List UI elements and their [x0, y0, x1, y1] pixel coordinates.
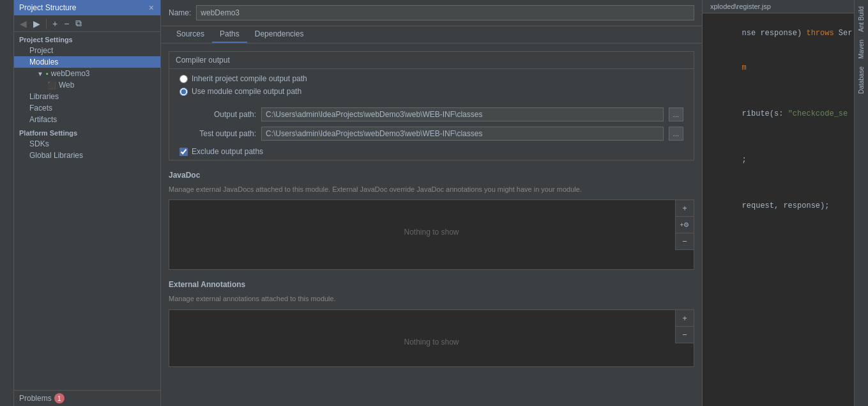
compiler-output-title: Compiler output	[169, 52, 694, 69]
tree-label-webdemo3: webDemo3	[51, 69, 90, 78]
javadoc-section: JavaDoc Manage external JavaDocs attache…	[169, 168, 694, 270]
toolbar-separator	[46, 19, 47, 29]
forward-button[interactable]: ▶	[31, 18, 42, 29]
compiler-output-section: Compiler output Inherit project compile …	[169, 51, 694, 160]
copy-module-button[interactable]: ⧉	[73, 17, 84, 29]
name-input[interactable]	[196, 5, 694, 20]
sidebar-item-modules[interactable]: Modules	[14, 56, 160, 68]
ext-annotations-title: External Annotations	[169, 277, 694, 292]
code-line-1: nse response) throws Ser	[705, 16, 865, 51]
tab-sources[interactable]: Sources	[169, 26, 212, 43]
web-icon: ⬛	[47, 81, 56, 90]
tree-arrow-webdemo3: ▼	[37, 70, 43, 77]
side-tab-ant-build[interactable]: Ant Build	[856, 3, 867, 36]
platform-settings-label: Platform Settings	[14, 125, 160, 138]
project-label: Project	[29, 46, 53, 55]
code-tab-label: xploded\register.jsp	[710, 3, 771, 10]
code-throws: throws	[806, 29, 834, 38]
libraries-label: Libraries	[29, 92, 59, 101]
code-text-m: m	[742, 63, 747, 72]
ext-annotations-desc: Manage external annotations attached to …	[169, 294, 694, 304]
exclude-checkbox[interactable]	[179, 148, 188, 156]
code-line-4: ribute(s: "checkcode_se	[705, 97, 865, 131]
code-string: "checkcode_se	[788, 109, 848, 118]
code-text-4: ribute(s:	[742, 109, 788, 118]
side-tab-database[interactable]: Database	[856, 63, 867, 98]
exclude-row: Exclude output paths	[169, 143, 694, 160]
radio-item-module: Use module compile output path	[179, 87, 683, 96]
test-output-path-row: Test output path: ...	[169, 124, 694, 143]
code-text-6: ;	[742, 155, 747, 164]
tree-item-webdemo3[interactable]: ▼ ▪ webDemo3	[14, 68, 160, 79]
tree-label-web: Web	[59, 81, 74, 90]
add-module-button[interactable]: +	[50, 18, 59, 29]
main-content: Name: Sources Paths Dependencies Compile…	[161, 0, 702, 406]
right-side-tabs: Ant Build Maven Database	[854, 0, 868, 406]
left-mini-panel	[0, 0, 14, 406]
test-output-label: Test output path:	[179, 129, 256, 138]
name-row: Name:	[161, 0, 702, 26]
javadoc-add-btn[interactable]: +	[676, 200, 694, 217]
artifacts-label: Artifacts	[29, 115, 57, 124]
code-line-7	[705, 177, 865, 189]
code-text-1: nse response)	[742, 29, 807, 38]
code-tab-bar: xploded\register.jsp ≫	[703, 0, 868, 13]
sidebar-item-project[interactable]: Project	[14, 45, 160, 56]
code-content: nse response) throws Ser m ribute(s: "ch…	[703, 13, 868, 406]
tab-dependencies[interactable]: Dependencies	[247, 26, 312, 43]
panel-header: Project Structure ×	[14, 0, 160, 15]
code-line-6: ;	[705, 143, 865, 177]
test-output-browse[interactable]: ...	[669, 127, 683, 141]
javadoc-remove-btn[interactable]: −	[676, 233, 694, 250]
ext-annotations-remove-btn[interactable]: −	[676, 327, 694, 343]
output-path-label: Output path:	[179, 110, 256, 119]
ext-annotations-toolbar: + −	[675, 310, 694, 343]
javadoc-list: + +⚙ − Nothing to show	[169, 199, 694, 270]
paths-tab-content: Compiler output Inherit project compile …	[161, 43, 702, 406]
output-path-browse[interactable]: ...	[669, 107, 683, 121]
external-annotations-section: External Annotations Manage external ann…	[169, 277, 694, 366]
code-line-3	[705, 85, 865, 97]
javadoc-desc: Manage external JavaDocs attached to thi…	[169, 185, 694, 194]
code-text-2: Ser	[834, 29, 853, 38]
sidebar-item-artifacts[interactable]: Artifacts	[14, 114, 160, 125]
exclude-label: Exclude output paths	[192, 147, 263, 156]
radio-item-inherit: Inherit project compile output path	[179, 74, 683, 83]
global-libraries-label: Global Libraries	[29, 151, 83, 160]
name-label: Name:	[169, 8, 191, 17]
problems-badge: 1	[54, 393, 65, 403]
remove-module-button[interactable]: −	[62, 18, 71, 29]
javadoc-settings-btn[interactable]: +⚙	[676, 217, 694, 233]
javadoc-empty: Nothing to show	[169, 200, 694, 264]
code-text-8: request, response);	[742, 201, 830, 210]
code-line-5	[705, 131, 865, 143]
radio-group: Inherit project compile output path Use …	[169, 69, 694, 105]
output-path-row: Output path: ...	[169, 105, 694, 124]
ext-annotations-add-btn[interactable]: +	[676, 310, 694, 327]
sidebar-item-global-libraries[interactable]: Global Libraries	[14, 150, 160, 161]
test-output-input[interactable]	[261, 127, 664, 141]
panel-title: Project Structure	[19, 3, 76, 12]
radio-module-label: Use module compile output path	[192, 87, 301, 96]
problems-row: Problems 1	[14, 390, 160, 406]
close-button[interactable]: ×	[148, 1, 155, 14]
tab-paths[interactable]: Paths	[212, 26, 247, 43]
radio-inherit[interactable]	[179, 75, 188, 83]
output-path-input[interactable]	[261, 107, 664, 121]
sidebar-item-libraries[interactable]: Libraries	[14, 91, 160, 102]
sidebar-item-sdks[interactable]: SDKs	[14, 138, 160, 150]
javadoc-toolbar: + +⚙ −	[675, 200, 694, 250]
tree-item-web[interactable]: ⬛ Web	[14, 79, 160, 91]
back-button[interactable]: ◀	[18, 18, 29, 29]
problems-label: Problems	[19, 394, 52, 403]
module-icon: ▪	[46, 70, 49, 77]
ext-annotations-list: + − Nothing to show	[169, 309, 694, 367]
modules-label: Modules	[29, 58, 58, 66]
code-line-8: request, response);	[705, 189, 865, 223]
javadoc-title: JavaDoc	[169, 168, 694, 182]
sidebar-item-facets[interactable]: Facets	[14, 102, 160, 114]
side-tab-maven[interactable]: Maven	[856, 36, 867, 63]
code-tab[interactable]: xploded\register.jsp	[705, 0, 776, 13]
radio-inherit-label: Inherit project compile output path	[192, 74, 307, 83]
radio-module[interactable]	[179, 88, 188, 96]
